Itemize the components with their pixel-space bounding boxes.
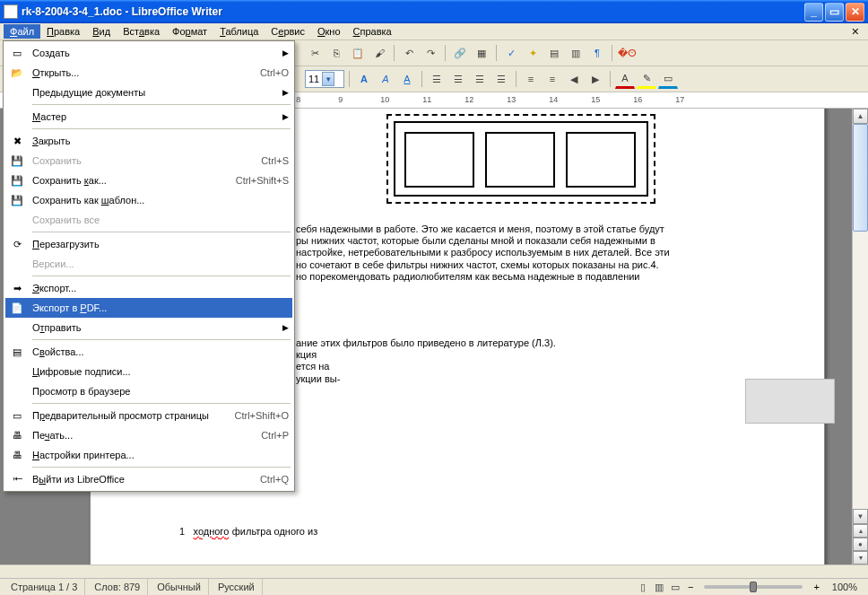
paste-icon[interactable]: 📋 xyxy=(348,43,368,63)
status-lang[interactable]: Русский xyxy=(211,579,263,595)
menu-item[interactable]: 📄Экспорт в PDF... xyxy=(5,298,292,318)
bold-icon[interactable]: A xyxy=(354,69,374,89)
menu-item: Сохранить все xyxy=(5,210,292,230)
view-single-icon[interactable]: ▯ xyxy=(636,581,650,593)
help-icon[interactable]: �ⵙ xyxy=(617,43,637,63)
menu-item-label: Предыдущие документы xyxy=(32,87,277,98)
menu-item[interactable]: Предыдущие документы▶ xyxy=(5,83,292,102)
scroll-down-button[interactable]: ▼ xyxy=(853,509,868,524)
menu-view[interactable]: Вид xyxy=(86,24,117,39)
status-words[interactable]: Слов: 879 xyxy=(87,579,148,595)
menu-item[interactable]: ▭Создать▶ xyxy=(5,43,292,63)
format-paint-icon[interactable]: 🖌 xyxy=(369,43,389,63)
minimize-button[interactable]: _ xyxy=(804,3,823,22)
scroll-up-button[interactable]: ▲ xyxy=(853,109,868,124)
bullet-list-icon[interactable]: ≡ xyxy=(542,69,562,89)
prev-page-button[interactable]: ▴ xyxy=(853,524,868,538)
next-page-button[interactable]: ▾ xyxy=(853,551,868,564)
decrease-indent-icon[interactable]: ◀ xyxy=(564,69,584,89)
menu-window[interactable]: Окно xyxy=(311,24,347,39)
copy-icon[interactable]: ⎘ xyxy=(326,43,346,63)
underline-icon[interactable]: A xyxy=(397,69,417,89)
menu-file[interactable]: Файл xyxy=(4,24,40,39)
zoom-slider[interactable] xyxy=(704,585,803,589)
file-menu-dropdown: ▭Создать▶📂Открыть...Ctrl+OПредыдущие док… xyxy=(3,40,295,492)
font-color-icon[interactable]: A xyxy=(615,69,635,89)
menu-item-label: Перезагрузить xyxy=(32,239,289,249)
menu-item[interactable]: ✖Закрыть xyxy=(5,131,292,151)
menu-item[interactable]: 💾Сохранить как...Ctrl+Shift+S xyxy=(5,171,292,190)
view-multi-icon[interactable]: ▥ xyxy=(652,581,666,593)
gallery-icon[interactable]: ▤ xyxy=(544,43,564,63)
menu-item[interactable]: 🖶Настройки принтера... xyxy=(5,445,292,465)
hyperlink-icon[interactable]: 🔗 xyxy=(450,43,470,63)
blank-icon xyxy=(7,84,27,101)
spellcheck-icon[interactable]: ✓ xyxy=(501,43,521,63)
menu-item[interactable]: Цифровые подписи... xyxy=(5,362,292,381)
zoom-out-icon[interactable]: − xyxy=(684,582,697,592)
menu-item[interactable]: ⭰Выйти из LibreOfficeCtrl+Q xyxy=(5,469,292,489)
align-right-icon[interactable]: ☰ xyxy=(470,69,490,89)
menu-edit[interactable]: Правка xyxy=(40,24,86,39)
chevron-down-icon[interactable]: ▼ xyxy=(322,72,334,86)
document-close-x[interactable]: × xyxy=(846,24,864,39)
menu-item[interactable]: ▤Свойства... xyxy=(5,342,292,362)
menu-item-label: Цифровые подписи... xyxy=(32,366,289,377)
menu-item[interactable]: Мастер▶ xyxy=(5,107,292,127)
menu-format[interactable]: Формат xyxy=(166,24,213,39)
menu-item[interactable]: ➡Экспорт... xyxy=(5,278,292,298)
table-icon[interactable]: ▦ xyxy=(472,43,491,63)
menu-item-label: Просмотр в браузере xyxy=(32,386,289,397)
status-zoom[interactable]: 100% xyxy=(825,579,864,595)
zoom-in-icon[interactable]: + xyxy=(810,582,822,592)
embedded-image[interactable] xyxy=(386,114,655,204)
align-center-icon[interactable]: ☰ xyxy=(448,69,468,89)
menu-help[interactable]: Справка xyxy=(347,24,398,39)
redo-icon[interactable]: ↷ xyxy=(421,43,440,63)
menu-item[interactable]: Просмотр в браузере xyxy=(5,381,292,401)
menu-item: Версии... xyxy=(5,254,292,274)
zoom-knob[interactable] xyxy=(750,582,757,592)
menu-item-label: Настройки принтера... xyxy=(32,450,289,460)
menu-item-label: Печать... xyxy=(32,430,252,441)
window-close-button[interactable]: ✕ xyxy=(846,3,864,22)
props-icon: ▤ xyxy=(7,344,27,360)
italic-icon[interactable]: A xyxy=(376,69,395,89)
printer-icon: 🖶 xyxy=(7,447,27,463)
align-justify-icon[interactable]: ☰ xyxy=(491,69,511,89)
autocheck-icon[interactable]: ✦ xyxy=(523,43,542,63)
datasource-icon[interactable]: ▥ xyxy=(566,43,586,63)
menu-item[interactable]: 💾Сохранить как шаблон... xyxy=(5,190,292,210)
menu-table[interactable]: Таблица xyxy=(213,24,265,39)
fontsize-combo[interactable]: 11 ▼ xyxy=(305,70,344,88)
menu-item-label: Свойства... xyxy=(32,346,289,357)
status-style[interactable]: Обычный xyxy=(150,579,209,595)
scroll-track[interactable] xyxy=(853,124,868,509)
menu-item[interactable]: Отправить▶ xyxy=(5,318,292,337)
bg-color-icon[interactable]: ▭ xyxy=(658,69,678,89)
menu-item[interactable]: ▭Предварительный просмотр страницыCtrl+S… xyxy=(5,406,292,425)
view-book-icon[interactable]: ▭ xyxy=(668,581,682,593)
nav-button[interactable]: ● xyxy=(853,538,868,551)
menu-item[interactable]: ⟳Перезагрузить xyxy=(5,234,292,254)
nonprint-icon[interactable]: ¶ xyxy=(587,43,607,63)
blank-icon xyxy=(7,383,27,399)
menu-item-label: Экспорт... xyxy=(32,283,289,293)
highlight-icon[interactable]: ✎ xyxy=(637,69,656,89)
increase-indent-icon[interactable]: ▶ xyxy=(586,69,605,89)
menu-tools[interactable]: Сервис xyxy=(265,24,311,39)
open-icon: 📂 xyxy=(7,65,27,81)
print-icon: 🖶 xyxy=(7,427,27,443)
menu-item[interactable]: 🖶Печать...Ctrl+P xyxy=(5,425,292,445)
menu-item[interactable]: 📂Открыть...Ctrl+O xyxy=(5,63,292,83)
scroll-thumb[interactable] xyxy=(853,124,868,232)
maximize-button[interactable]: ▭ xyxy=(825,3,844,22)
numbered-list-icon[interactable]: ≡ xyxy=(521,69,541,89)
status-page[interactable]: Страница 1 / 3 xyxy=(4,579,85,595)
align-left-icon[interactable]: ☰ xyxy=(427,69,447,89)
export-icon: ➡ xyxy=(7,280,27,296)
cut-icon[interactable]: ✂ xyxy=(305,43,325,63)
undo-icon[interactable]: ↶ xyxy=(399,43,419,63)
menu-insert[interactable]: Вставка xyxy=(117,24,166,39)
vertical-scrollbar[interactable]: ▲ ▼ ▴ ● ▾ xyxy=(852,109,868,564)
